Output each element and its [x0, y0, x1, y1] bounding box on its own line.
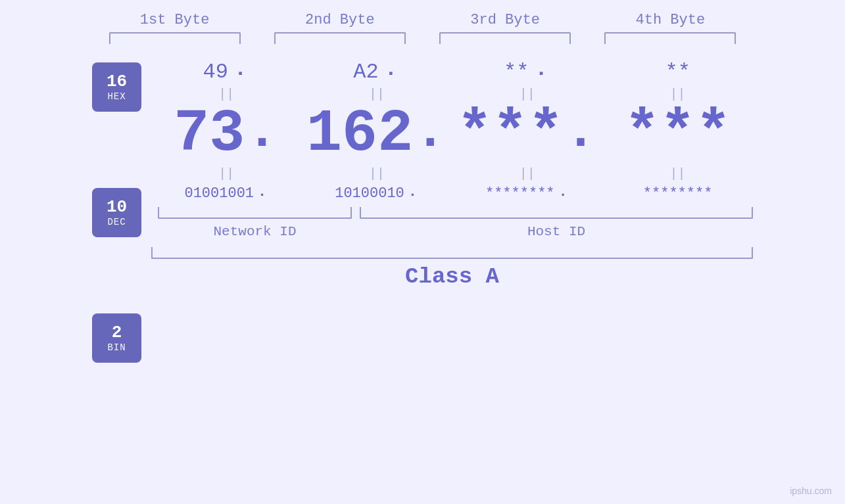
eq5: ||	[160, 166, 292, 181]
hex-b4: **	[665, 60, 690, 84]
bin-dot3: .	[559, 184, 567, 202]
equals-row-1: || || || ||	[151, 87, 753, 102]
class-label-row: Class A	[151, 264, 753, 289]
eq1: ||	[160, 87, 292, 102]
bin-b1: 01001001	[184, 185, 254, 202]
dec-b3: ***	[457, 104, 564, 164]
network-id-label: Network ID	[158, 224, 352, 239]
dec-label: DEC	[107, 217, 126, 227]
full-bottom-bracket-row	[151, 247, 753, 259]
dec-row: 73 . 162 . *** . ***	[151, 104, 753, 164]
bin-row: 01001001 . 10100010 . ******** . *******…	[151, 184, 753, 202]
bracket-byte1	[109, 32, 241, 44]
bin-number: 2	[112, 323, 122, 342]
bin-b2: 10100010	[335, 185, 404, 202]
eq6: ||	[311, 166, 443, 181]
top-brackets-row	[0, 32, 845, 44]
byte-headers-row: 1st Byte 2nd Byte 3rd Byte 4th Byte	[0, 12, 845, 28]
bin-label: BIN	[107, 342, 126, 353]
hex-b2: A2	[353, 60, 378, 84]
bracket-byte4	[604, 32, 736, 44]
full-bottom-bracket	[151, 247, 753, 259]
dec-dot2: .	[414, 106, 446, 164]
bottom-brackets-network-host	[151, 207, 753, 219]
hex-b3: **	[504, 60, 529, 84]
eq3: ||	[462, 87, 593, 102]
byte3-header: 3rd Byte	[439, 12, 571, 28]
hex-dot1: .	[234, 57, 247, 84]
host-id-bracket	[360, 207, 753, 219]
dec-b2: 162	[306, 104, 413, 164]
network-id-bracket	[158, 207, 352, 219]
dec-b4: ***	[625, 104, 731, 164]
hex-row: 49 . A2 . ** . **	[151, 57, 753, 84]
base-labels-column: 16 HEX 10 DEC 2 BIN	[92, 62, 141, 363]
byte2-header: 2nd Byte	[274, 12, 406, 28]
dec-badge: 10 DEC	[92, 188, 141, 237]
dec-dot3: .	[565, 106, 596, 164]
byte4-header: 4th Byte	[604, 12, 736, 28]
dec-number: 10	[107, 198, 127, 217]
bracket-byte2	[274, 32, 406, 44]
main-container: 1st Byte 2nd Byte 3rd Byte 4th Byte 16 H…	[0, 0, 845, 504]
dec-b1: 73	[174, 104, 245, 164]
eq8: ||	[612, 166, 744, 181]
hex-b1: 49	[203, 60, 228, 84]
hex-number: 16	[107, 72, 127, 91]
equals-row-2: || || || ||	[151, 166, 753, 181]
hex-label: HEX	[107, 91, 126, 102]
hex-badge: 16 HEX	[92, 62, 141, 112]
bracket-byte3	[439, 32, 571, 44]
bin-b3: ********	[485, 185, 555, 202]
bin-badge: 2 BIN	[92, 313, 141, 363]
hex-dot3: .	[535, 57, 547, 84]
id-labels: Network ID Host ID	[151, 224, 753, 239]
bin-b4: ********	[643, 185, 713, 202]
hex-dot2: .	[385, 57, 397, 84]
eq2: ||	[311, 87, 443, 102]
eq4: ||	[612, 87, 744, 102]
dec-dot1: .	[246, 106, 278, 164]
class-label: Class A	[405, 264, 499, 289]
host-id-label: Host ID	[360, 224, 753, 239]
byte1-header: 1st Byte	[109, 12, 241, 28]
eq7: ||	[462, 166, 593, 181]
bin-dot1: .	[258, 184, 266, 202]
watermark: ipshu.com	[790, 486, 832, 496]
bin-dot2: .	[408, 184, 417, 202]
data-grid: 49 . A2 . ** . ** || || ||	[151, 49, 753, 289]
